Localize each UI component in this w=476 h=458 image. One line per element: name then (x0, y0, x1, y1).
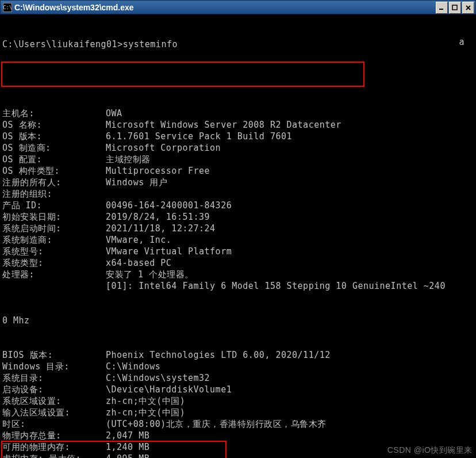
field-label: 系统型号: (2, 246, 106, 257)
wrap-line: 0 Mhz (2, 315, 474, 326)
field-label: 主机名: (2, 108, 106, 119)
field-value: (UTC+08:00)北京，重庆，香港特别行政区，乌鲁木齐 (106, 418, 327, 430)
stray-char: a (459, 36, 465, 48)
field-value: Windows 用户 (106, 177, 167, 188)
field-label: 可用的物理内存: (2, 441, 106, 453)
field-value: zh-cn;中文(中国) (106, 395, 185, 407)
field-value: \Device\HarddiskVolume1 (106, 384, 232, 395)
output-row: 系统目录:C:\Windows\system32 (2, 372, 474, 384)
field-label: 初始安装日期: (2, 211, 106, 223)
output-row: BIOS 版本:Phoenix Technologies LTD 6.00, 2… (2, 349, 474, 361)
output-row: Windows 目录:C:\Windows (2, 361, 474, 372)
field-label: Windows 目录: (2, 361, 106, 372)
output-row: 系统型号:VMware Virtual Platform (2, 246, 474, 257)
output-row: 启动设备:\Device\HarddiskVolume1 (2, 384, 474, 395)
field-label: 启动设备: (2, 384, 106, 395)
field-label: OS 配置: (2, 154, 106, 165)
field-label: 注册的所有人: (2, 177, 106, 188)
maximize-button[interactable] (449, 2, 461, 14)
output-row: 系统制造商:VMware, Inc. (2, 234, 474, 246)
output-row: 系统类型:x64-based PC (2, 257, 474, 269)
titlebar: C:\ C:\Windows\system32\cmd.exe (0, 0, 476, 14)
field-value: C:\Windows\system32 (106, 372, 210, 384)
output-row: 注册的组织: (2, 188, 474, 200)
output-row: 时区:(UTC+08:00)北京，重庆，香港特别行政区，乌鲁木齐 (2, 418, 474, 430)
output-row: OS 名称:Microsoft Windows Server 2008 R2 D… (2, 119, 474, 131)
output-row: OS 制造商:Microsoft Corporation (2, 142, 474, 154)
prompt: C:\Users\liukaifeng01> (2, 39, 123, 50)
output-row: [01]: Intel64 Family 6 Model 158 Steppin… (2, 280, 474, 292)
output-row: 处理器:安装了 1 个处理器。 (2, 269, 474, 280)
field-value: zh-cn;中文(中国) (106, 407, 185, 418)
field-value: Phoenix Technologies LTD 6.00, 2020/11/1… (106, 349, 331, 361)
field-value: 安装了 1 个处理器。 (106, 269, 194, 280)
field-value: OWA (106, 108, 122, 119)
command: systeminfo (123, 39, 178, 50)
field-value: 2021/11/18, 12:27:24 (106, 223, 216, 234)
field-label: 系统类型: (2, 257, 106, 269)
field-label: OS 名称: (2, 119, 106, 131)
field-label: 输入法区域设置: (2, 407, 106, 418)
field-value: [01]: Intel64 Family 6 Model 158 Steppin… (106, 280, 446, 292)
output-row: 物理内存总量:2,047 MB (2, 430, 474, 441)
field-label (2, 280, 106, 292)
output-row: 主机名:OWA (2, 108, 474, 119)
output-row: OS 配置:主域控制器 (2, 154, 474, 165)
output-row: OS 版本:6.1.7601 Service Pack 1 Build 7601 (2, 131, 474, 142)
terminal-output[interactable]: C:\Users\liukaifeng01>systeminfo 主机名:OWA… (0, 14, 476, 458)
output-row: 输入法区域设置:zh-cn;中文(中国) (2, 407, 474, 418)
output-row: OS 构件类型:Multiprocessor Free (2, 165, 474, 177)
cmd-icon: C:\ (3, 3, 12, 12)
field-label: 物理内存总量: (2, 430, 106, 441)
field-value: 主域控制器 (106, 154, 151, 165)
output-row: 初始安装日期:2019/8/24, 16:51:39 (2, 211, 474, 223)
field-value: Multiprocessor Free (106, 165, 210, 177)
field-label: 系统区域设置: (2, 395, 106, 407)
field-label: 虚拟内存: 最大值: (2, 453, 106, 458)
field-value: 1,240 MB (106, 441, 149, 453)
field-label: BIOS 版本: (2, 349, 106, 361)
field-value: x64-based PC (106, 257, 171, 269)
field-value: Microsoft Windows Server 2008 R2 Datacen… (106, 119, 341, 131)
field-label: 系统启动时间: (2, 223, 106, 234)
field-label: OS 构件类型: (2, 165, 106, 177)
blank-line (2, 73, 474, 85)
field-value: 2,047 MB (106, 430, 149, 441)
field-label: 注册的组织: (2, 188, 106, 200)
field-value: 2019/8/24, 16:51:39 (106, 211, 210, 223)
field-value: 4,095 MB (106, 453, 149, 458)
minimize-button[interactable] (436, 2, 448, 14)
field-label: 产品 ID: (2, 200, 106, 211)
field-value: 00496-164-2400001-84326 (106, 200, 232, 211)
prompt-line: C:\Users\liukaifeng01>systeminfo (2, 39, 474, 50)
svg-rect-1 (452, 5, 457, 10)
field-value: 6.1.7601 Service Pack 1 Build 7601 (106, 131, 292, 142)
field-label: OS 版本: (2, 131, 106, 142)
field-label: 系统制造商: (2, 234, 106, 246)
output-row: 系统启动时间:2021/11/18, 12:27:24 (2, 223, 474, 234)
field-value: VMware, Inc. (106, 234, 171, 246)
close-button[interactable] (462, 2, 474, 14)
field-value: VMware Virtual Platform (106, 246, 232, 257)
watermark: CSDN @iO快到碗里来 (387, 444, 473, 456)
window-title: C:\Windows\system32\cmd.exe (14, 3, 134, 12)
field-label: 系统目录: (2, 372, 106, 384)
field-value: C:\Windows (106, 361, 160, 372)
output-row: 系统区域设置:zh-cn;中文(中国) (2, 395, 474, 407)
window-controls (436, 2, 474, 14)
output-row: 产品 ID:00496-164-2400001-84326 (2, 200, 474, 211)
output-row: 注册的所有人:Windows 用户 (2, 177, 474, 188)
field-value: Microsoft Corporation (106, 142, 221, 154)
field-label: OS 制造商: (2, 142, 106, 154)
field-label: 处理器: (2, 269, 106, 280)
field-label: 时区: (2, 418, 106, 430)
